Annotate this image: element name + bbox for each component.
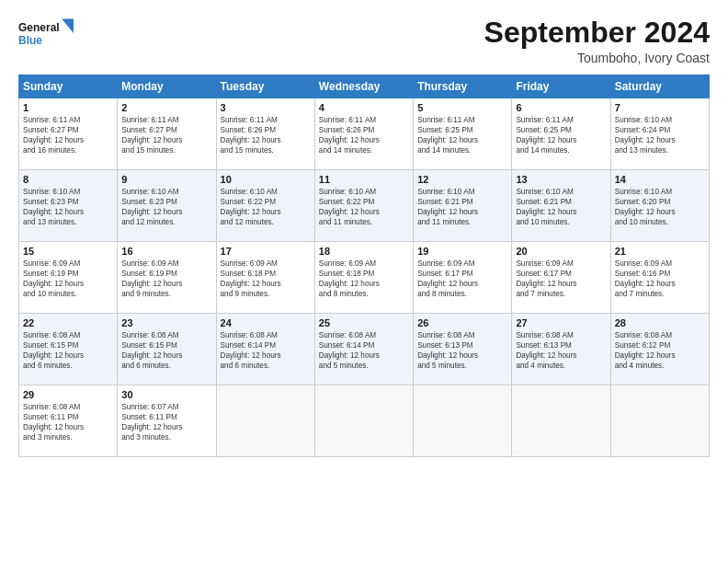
cell-content: Sunrise: 6:09 AMSunset: 6:16 PMDaylight:… — [615, 259, 705, 299]
cell-content: Sunrise: 6:08 AMSunset: 6:14 PMDaylight:… — [319, 330, 409, 371]
calendar-cell — [610, 385, 709, 457]
day-number: 14 — [615, 174, 705, 185]
calendar-cell: 3Sunrise: 6:11 AMSunset: 6:26 PMDaylight… — [216, 98, 314, 170]
header-day-wednesday: Wednesday — [314, 75, 413, 98]
logo-svg: General Blue — [18, 17, 74, 50]
cell-content: Sunrise: 6:10 AMSunset: 6:23 PMDaylight:… — [23, 187, 113, 227]
cell-content: Sunrise: 6:11 AMSunset: 6:25 PMDaylight:… — [516, 115, 606, 155]
week-row-3: 15Sunrise: 6:09 AMSunset: 6:19 PMDayligh… — [19, 242, 710, 314]
cell-content: Sunrise: 6:11 AMSunset: 6:27 PMDaylight:… — [121, 115, 211, 155]
day-number: 12 — [417, 174, 507, 185]
day-number: 26 — [417, 317, 507, 328]
cell-content: Sunrise: 6:07 AMSunset: 6:11 PMDaylight:… — [121, 402, 211, 442]
cell-content: Sunrise: 6:10 AMSunset: 6:23 PMDaylight:… — [121, 187, 211, 227]
header-row: SundayMondayTuesdayWednesdayThursdayFrid… — [19, 75, 710, 98]
day-number: 8 — [23, 174, 113, 185]
day-number: 16 — [121, 246, 211, 257]
cell-content: Sunrise: 6:08 AMSunset: 6:15 PMDaylight:… — [121, 330, 211, 371]
day-number: 29 — [23, 389, 113, 400]
day-number: 20 — [516, 246, 606, 257]
calendar-cell: 25Sunrise: 6:08 AMSunset: 6:14 PMDayligh… — [314, 314, 413, 385]
calendar-cell: 14Sunrise: 6:10 AMSunset: 6:20 PMDayligh… — [610, 170, 709, 242]
day-number: 23 — [121, 317, 211, 328]
day-number: 5 — [417, 102, 507, 113]
calendar-cell: 6Sunrise: 6:11 AMSunset: 6:25 PMDaylight… — [512, 98, 610, 170]
week-row-4: 22Sunrise: 6:08 AMSunset: 6:15 PMDayligh… — [19, 314, 710, 385]
calendar-cell: 12Sunrise: 6:10 AMSunset: 6:21 PMDayligh… — [414, 170, 512, 242]
svg-text:General: General — [18, 21, 60, 34]
week-row-1: 1Sunrise: 6:11 AMSunset: 6:27 PMDaylight… — [19, 98, 710, 170]
day-number: 30 — [121, 389, 211, 400]
calendar-cell: 26Sunrise: 6:08 AMSunset: 6:13 PMDayligh… — [414, 314, 512, 385]
day-number: 21 — [615, 246, 705, 257]
week-row-5: 29Sunrise: 6:08 AMSunset: 6:11 PMDayligh… — [19, 385, 710, 457]
calendar-cell: 21Sunrise: 6:09 AMSunset: 6:16 PMDayligh… — [610, 242, 709, 314]
day-number: 1 — [23, 102, 113, 113]
calendar-cell: 22Sunrise: 6:08 AMSunset: 6:15 PMDayligh… — [19, 314, 118, 385]
calendar-cell: 11Sunrise: 6:10 AMSunset: 6:22 PMDayligh… — [314, 170, 413, 242]
day-number: 15 — [23, 246, 113, 257]
day-number: 7 — [615, 102, 705, 113]
calendar-cell — [512, 385, 610, 457]
day-number: 3 — [221, 102, 311, 113]
calendar-cell — [314, 385, 413, 457]
cell-content: Sunrise: 6:09 AMSunset: 6:18 PMDaylight:… — [319, 259, 409, 299]
cell-content: Sunrise: 6:11 AMSunset: 6:27 PMDaylight:… — [23, 115, 113, 155]
cell-content: Sunrise: 6:08 AMSunset: 6:15 PMDaylight:… — [23, 330, 113, 371]
calendar-cell — [216, 385, 314, 457]
day-number: 25 — [319, 317, 409, 328]
day-number: 19 — [417, 246, 507, 257]
cell-content: Sunrise: 6:09 AMSunset: 6:19 PMDaylight:… — [121, 259, 211, 299]
calendar-cell: 28Sunrise: 6:08 AMSunset: 6:12 PMDayligh… — [610, 314, 709, 385]
header-day-thursday: Thursday — [414, 75, 512, 98]
day-number: 18 — [319, 246, 409, 257]
cell-content: Sunrise: 6:11 AMSunset: 6:26 PMDaylight:… — [319, 115, 409, 155]
day-number: 24 — [221, 317, 311, 328]
cell-content: Sunrise: 6:09 AMSunset: 6:18 PMDaylight:… — [221, 259, 311, 299]
day-number: 4 — [319, 102, 409, 113]
day-number: 17 — [221, 246, 311, 257]
day-number: 28 — [615, 317, 705, 328]
calendar-cell: 17Sunrise: 6:09 AMSunset: 6:18 PMDayligh… — [216, 242, 314, 314]
calendar-cell: 15Sunrise: 6:09 AMSunset: 6:19 PMDayligh… — [19, 242, 118, 314]
cell-content: Sunrise: 6:10 AMSunset: 6:22 PMDaylight:… — [221, 187, 311, 227]
cell-content: Sunrise: 6:10 AMSunset: 6:21 PMDaylight:… — [417, 187, 507, 227]
header-day-friday: Friday — [512, 75, 610, 98]
cell-content: Sunrise: 6:08 AMSunset: 6:12 PMDaylight:… — [615, 330, 705, 371]
calendar-cell: 7Sunrise: 6:10 AMSunset: 6:24 PMDaylight… — [610, 98, 709, 170]
day-number: 6 — [516, 102, 606, 113]
page: General Blue September 2024 Toumboho, Iv… — [0, 0, 728, 563]
calendar-cell: 5Sunrise: 6:11 AMSunset: 6:25 PMDaylight… — [414, 98, 512, 170]
cell-content: Sunrise: 6:08 AMSunset: 6:13 PMDaylight:… — [417, 330, 507, 371]
cell-content: Sunrise: 6:10 AMSunset: 6:21 PMDaylight:… — [516, 187, 606, 227]
header-day-tuesday: Tuesday — [216, 75, 314, 98]
calendar-cell: 24Sunrise: 6:08 AMSunset: 6:14 PMDayligh… — [216, 314, 314, 385]
calendar-cell: 10Sunrise: 6:10 AMSunset: 6:22 PMDayligh… — [216, 170, 314, 242]
calendar-cell: 2Sunrise: 6:11 AMSunset: 6:27 PMDaylight… — [118, 98, 216, 170]
day-number: 27 — [516, 317, 606, 328]
cell-content: Sunrise: 6:08 AMSunset: 6:13 PMDaylight:… — [516, 330, 606, 371]
calendar-cell: 29Sunrise: 6:08 AMSunset: 6:11 PMDayligh… — [19, 385, 118, 457]
cell-content: Sunrise: 6:11 AMSunset: 6:26 PMDaylight:… — [221, 115, 311, 155]
cell-content: Sunrise: 6:10 AMSunset: 6:22 PMDaylight:… — [319, 187, 409, 227]
month-title: September 2024 — [484, 17, 710, 49]
calendar-cell: 27Sunrise: 6:08 AMSunset: 6:13 PMDayligh… — [512, 314, 610, 385]
day-number: 22 — [23, 317, 113, 328]
svg-text:Blue: Blue — [18, 34, 42, 47]
header-day-monday: Monday — [118, 75, 216, 98]
calendar-table: SundayMondayTuesdayWednesdayThursdayFrid… — [18, 75, 710, 457]
day-number: 9 — [121, 174, 211, 185]
calendar-cell: 30Sunrise: 6:07 AMSunset: 6:11 PMDayligh… — [118, 385, 216, 457]
day-number: 11 — [319, 174, 409, 185]
cell-content: Sunrise: 6:11 AMSunset: 6:25 PMDaylight:… — [417, 115, 507, 155]
week-row-2: 8Sunrise: 6:10 AMSunset: 6:23 PMDaylight… — [19, 170, 710, 242]
svg-marker-2 — [62, 19, 74, 33]
day-number: 13 — [516, 174, 606, 185]
calendar-cell: 18Sunrise: 6:09 AMSunset: 6:18 PMDayligh… — [314, 242, 413, 314]
calendar-cell: 16Sunrise: 6:09 AMSunset: 6:19 PMDayligh… — [118, 242, 216, 314]
calendar-cell: 19Sunrise: 6:09 AMSunset: 6:17 PMDayligh… — [414, 242, 512, 314]
day-number: 10 — [221, 174, 311, 185]
calendar-cell: 20Sunrise: 6:09 AMSunset: 6:17 PMDayligh… — [512, 242, 610, 314]
logo: General Blue — [18, 17, 74, 50]
cell-content: Sunrise: 6:09 AMSunset: 6:17 PMDaylight:… — [417, 259, 507, 299]
